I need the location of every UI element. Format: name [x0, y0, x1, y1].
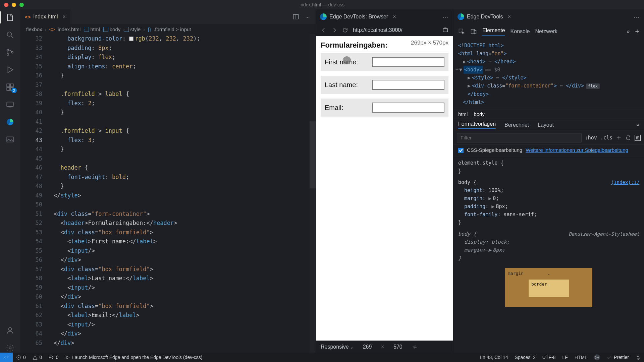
crumb-body[interactable]: body [474, 111, 485, 117]
svg-point-0 [7, 32, 11, 36]
errors-seg[interactable]: 0 0 [13, 355, 45, 360]
nav-back-icon[interactable] [321, 27, 327, 33]
cls-toggle[interactable]: .cls [600, 135, 612, 141]
account-icon[interactable] [5, 326, 15, 335]
device-mode[interactable]: Responsive ⌄ [321, 344, 354, 350]
browser-tab[interactable]: Edge DevTools: Browser × [320, 13, 396, 20]
css-mirror-link[interactable]: Weitere Informationen zur Spiegelbearbei… [526, 147, 628, 153]
nav-reload-icon[interactable] [342, 27, 348, 33]
port-badge[interactable] [591, 354, 603, 360]
browser-viewport: 269px × 570px Formulareingaben: First na… [316, 36, 453, 341]
panel-more-icon[interactable]: ··· [634, 14, 640, 20]
code-editor[interactable]: 3233343536373839404142434445464748495051… [20, 34, 316, 353]
run-debug-icon[interactable] [5, 65, 15, 74]
inspect-element-icon[interactable] [458, 28, 465, 35]
styles-filter-input[interactable] [457, 133, 582, 142]
device-height[interactable] [389, 344, 407, 350]
prettier-seg[interactable]: Prettier [603, 355, 632, 360]
rendered-page: Formulareingaben: First name: Last name:… [316, 36, 453, 126]
screenshot-icon[interactable] [442, 27, 448, 33]
rotate-icon[interactable] [412, 344, 418, 350]
svg-rect-15 [471, 29, 475, 34]
lang-mode[interactable]: HTML [571, 355, 591, 360]
subtab-computed[interactable]: Berechnet [504, 122, 529, 128]
cursor-pos[interactable]: Ln 43, Col 14 [477, 355, 511, 360]
svg-point-10 [9, 327, 12, 330]
source-link[interactable]: (Index):17 [611, 178, 639, 186]
extensions-icon[interactable]: 2 [5, 82, 15, 92]
crumb-html[interactable]: html [458, 111, 468, 117]
remote-icon[interactable] [5, 100, 15, 109]
crumb-folder[interactable]: flexbox [26, 26, 42, 32]
more-tabs-icon[interactable]: » [627, 28, 630, 35]
encoding[interactable]: UTF-8 [539, 355, 559, 360]
input-last[interactable] [372, 80, 444, 90]
ports-seg[interactable]: 0 [45, 355, 62, 360]
flex-overlay-icon[interactable]: ⊞ [635, 135, 641, 141]
breadcrumb[interactable]: flexbox› <>index.html› ⃞html› ⃞body› ⃞st… [20, 24, 316, 34]
devtools-tab[interactable]: Edge DevTools × [458, 13, 511, 20]
input-first[interactable] [372, 57, 444, 67]
html-file-icon: <> [49, 26, 55, 32]
device-width[interactable] [358, 344, 376, 350]
svg-point-21 [596, 357, 598, 358]
new-tab-icon[interactable]: + [635, 27, 639, 36]
minimize-window[interactable] [12, 3, 16, 7]
devtools-top-row: Elemente Konsole Netzwerk » + [453, 24, 644, 39]
close-panel-icon[interactable]: × [393, 14, 396, 20]
close-window[interactable] [4, 3, 8, 7]
explorer-icon[interactable] [5, 13, 15, 22]
settings-gear-icon[interactable] [5, 343, 15, 353]
browser-tab-label: Edge DevTools: Browser [329, 14, 388, 20]
crumb-body[interactable]: body [110, 26, 121, 32]
notifications-icon[interactable] [632, 355, 644, 360]
indent[interactable]: Spaces: 2 [511, 355, 539, 360]
more-actions-icon[interactable]: ··· [305, 14, 310, 20]
crumb-file[interactable]: index.html [58, 26, 80, 32]
search-icon[interactable] [5, 30, 15, 40]
crumb-selector[interactable]: .formfield > input [154, 26, 191, 32]
tab-network[interactable]: Netzwerk [535, 28, 557, 35]
device-toggle-icon[interactable] [470, 28, 477, 35]
print-icon[interactable] [625, 135, 631, 141]
crumb-style[interactable]: style [130, 26, 141, 32]
svg-rect-8 [7, 102, 13, 106]
box-model[interactable]: margin - border - [458, 268, 639, 307]
ua-source: Benutzer-Agent-Stylesheet [569, 230, 639, 238]
close-tab-icon[interactable]: × [62, 14, 65, 20]
styles-body[interactable]: element.style { } (Index):17body { heigh… [453, 156, 644, 353]
app-body: 2 <> index.html × ··· flexbox› <>index.h… [0, 9, 644, 353]
close-panel-icon[interactable]: × [508, 14, 511, 20]
edge-tools-icon[interactable] [5, 117, 15, 127]
panel-more-icon[interactable]: ··· [443, 14, 449, 20]
viewport-dims: 269px × 570px [411, 40, 448, 46]
label-last: Last name: [325, 81, 372, 89]
new-style-icon[interactable] [616, 135, 622, 141]
css-mirror-checkbox[interactable] [458, 148, 464, 153]
eol[interactable]: LF [559, 355, 571, 360]
input-email[interactable] [372, 103, 444, 113]
nav-forward-icon[interactable] [331, 27, 337, 33]
more-subtabs-icon[interactable]: » [636, 122, 639, 128]
minimap[interactable] [310, 34, 316, 353]
remote-button[interactable] [0, 353, 13, 362]
css-mirror-label: CSS-Spiegelbearbeitung [467, 147, 522, 153]
crumb-html[interactable]: html [90, 26, 100, 32]
dom-breadcrumb[interactable]: html body [453, 109, 644, 119]
url-field[interactable]: http://localhost:3000/ [353, 27, 438, 33]
subtab-styles[interactable]: Formatvorlagen [458, 121, 496, 129]
image-icon[interactable] [5, 135, 15, 144]
source-control-icon[interactable] [5, 48, 15, 57]
subtab-layout[interactable]: Layout [538, 122, 554, 128]
devtools-panel: Edge DevTools × ··· Elemente Konsole Net… [453, 9, 644, 353]
tab-elements[interactable]: Elemente [482, 27, 505, 36]
dom-tree[interactable]: <!DOCTYPE html> <html lang="en"> ▶<head>… [453, 39, 644, 109]
tab-index-html[interactable]: <> index.html × [20, 9, 71, 24]
zoom-window[interactable] [19, 3, 24, 7]
tab-console[interactable]: Konsole [511, 28, 530, 35]
minimap-thumb[interactable] [310, 121, 316, 188]
element-style[interactable]: element.style { [458, 160, 503, 166]
launch-seg[interactable]: Launch Microsoft Edge and open the Edge … [62, 355, 206, 360]
split-editor-icon[interactable] [292, 13, 299, 20]
hov-toggle[interactable]: :hov [585, 135, 597, 141]
